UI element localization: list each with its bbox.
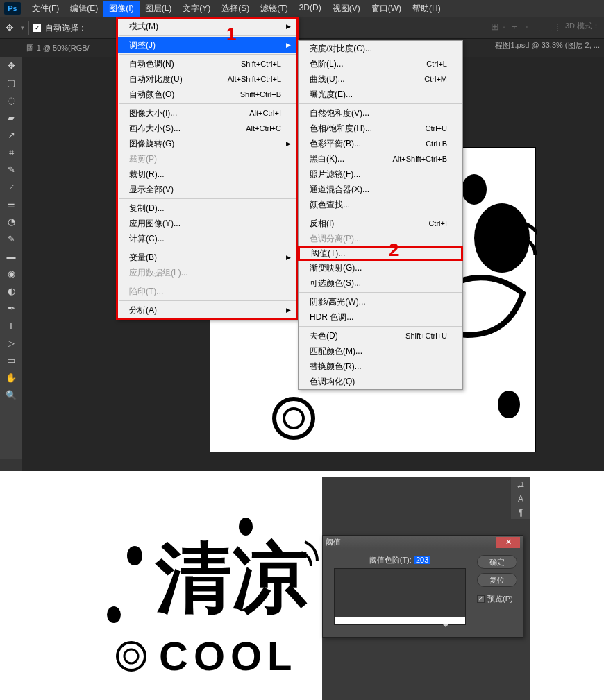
menu-item[interactable]: 替换颜色(R)... xyxy=(299,359,462,374)
menu-item[interactable]: 通道混合器(X)... xyxy=(299,182,462,197)
svg-point-8 xyxy=(127,546,142,565)
tool-16[interactable]: ▷ xyxy=(0,334,22,352)
menu-item[interactable]: 色阶(L)...Ctrl+L xyxy=(299,56,462,71)
distribute-icon[interactable]: ⬚ xyxy=(538,21,547,35)
tool-3[interactable]: ▰ xyxy=(0,109,22,126)
menu-item[interactable]: 去色(D)Shift+Ctrl+U xyxy=(299,328,462,343)
menu-item[interactable]: 调整(J)▶ xyxy=(118,37,296,53)
menu-item[interactable]: 自动色调(N)Shift+Ctrl+L xyxy=(118,56,296,71)
svg-point-11 xyxy=(124,649,138,663)
tool-8[interactable]: ⚌ xyxy=(0,196,22,213)
menu-item[interactable]: 复制(D)... xyxy=(118,200,296,216)
menu-item[interactable]: 自动对比度(U)Alt+Shift+Ctrl+L xyxy=(118,71,296,87)
tool-18[interactable]: ✋ xyxy=(0,369,22,386)
annotation-2: 2 xyxy=(389,239,399,261)
auto-select-checkbox[interactable]: ✓ xyxy=(33,24,41,32)
tool-7[interactable]: ⟋ xyxy=(0,178,22,196)
tool-0[interactable]: ✥ xyxy=(0,57,22,74)
tools-panel: ✥▢◌▰↗⌗✎⟋⚌◔✎▬◉◐✒T▷▭✋🔍 xyxy=(0,57,22,459)
menu-item[interactable]: 色调均化(Q) xyxy=(299,374,462,389)
menu-item[interactable]: 色彩平衡(B)...Ctrl+B xyxy=(299,136,462,151)
menu-item[interactable]: 颜色查找... xyxy=(299,197,462,212)
type-panel-icon[interactable]: A xyxy=(518,494,523,504)
menu-item[interactable]: 裁切(R)... xyxy=(118,167,296,182)
tool-5[interactable]: ⌗ xyxy=(0,144,22,161)
menu-item[interactable]: 应用图像(Y)... xyxy=(118,216,296,231)
tool-4[interactable]: ↗ xyxy=(0,126,22,144)
align-icon[interactable]: ⫠ xyxy=(522,21,532,35)
menu-9[interactable]: 窗口(W) xyxy=(366,1,407,17)
tool-2[interactable]: ◌ xyxy=(0,92,22,109)
menu-item[interactable]: 曲线(U)...Ctrl+M xyxy=(299,71,462,87)
menu-item[interactable]: 反相(I)Ctrl+I xyxy=(299,216,462,231)
annotation-1: 1 xyxy=(226,24,236,45)
tool-14[interactable]: ✒ xyxy=(0,300,22,317)
tool-11[interactable]: ▬ xyxy=(0,248,22,265)
doc-tab-right[interactable]: 程图1.psd @ 33.3% (图层 2, ... xyxy=(495,40,600,51)
svg-text:COOL: COOL xyxy=(159,633,298,678)
preview-checkbox-row[interactable]: ✓预览(P) xyxy=(477,594,517,604)
move-tool-icon xyxy=(6,22,17,33)
tool-12[interactable]: ◉ xyxy=(0,265,22,282)
menu-item[interactable]: 阈值(T)... xyxy=(298,246,463,261)
preview-checkbox[interactable]: ✓ xyxy=(477,595,485,603)
doc-tab-left[interactable]: 圖-1 @ 50%(RGB/ xyxy=(26,43,90,53)
close-button[interactable]: ✕ xyxy=(496,537,520,548)
align-icon[interactable]: ⊞ xyxy=(491,21,499,35)
collapsed-panels[interactable]: ⇄A¶ xyxy=(511,477,530,519)
ok-button[interactable]: 确定 xyxy=(477,555,517,569)
tool-9[interactable]: ◔ xyxy=(0,213,22,230)
menu-10[interactable]: 帮助(H) xyxy=(407,1,446,17)
menu-6[interactable]: 滤镜(T) xyxy=(255,1,293,17)
menu-item[interactable]: 计算(C)... xyxy=(118,231,296,246)
menu-5[interactable]: 选择(S) xyxy=(216,1,255,17)
menu-item[interactable]: 可选颜色(S)... xyxy=(299,275,462,291)
menu-item[interactable]: 分析(A)▶ xyxy=(118,302,296,318)
menu-item[interactable]: 自动颜色(O)Shift+Ctrl+B xyxy=(118,87,296,102)
menu-item: 应用数据组(L)... xyxy=(118,265,296,280)
tool-15[interactable]: T xyxy=(0,317,22,334)
menu-2[interactable]: 图像(I) xyxy=(103,1,139,17)
tool-10[interactable]: ✎ xyxy=(0,230,22,248)
tool-13[interactable]: ◐ xyxy=(0,282,22,300)
align-icon[interactable]: ⫞ xyxy=(502,21,507,35)
menu-7[interactable]: 3D(D) xyxy=(294,1,327,17)
tool-19[interactable]: 🔍 xyxy=(0,386,22,404)
menu-item[interactable]: 照片滤镜(F)... xyxy=(299,167,462,182)
tool-1[interactable]: ▢ xyxy=(0,74,22,92)
threshold-slider[interactable] xyxy=(442,624,449,631)
histogram[interactable] xyxy=(334,568,466,625)
menu-3[interactable]: 图层(L) xyxy=(140,1,178,17)
menu-item[interactable]: 亮度/对比度(C)... xyxy=(299,41,462,56)
tool-6[interactable]: ✎ xyxy=(0,161,22,178)
menu-item[interactable]: 阴影/高光(W)... xyxy=(299,294,462,309)
menu-item[interactable]: 变量(B)▶ xyxy=(118,250,296,265)
menu-item[interactable]: HDR 色调... xyxy=(299,309,462,325)
menu-item[interactable]: 黑白(K)...Alt+Shift+Ctrl+B xyxy=(299,151,462,167)
lower-screenshot: 清凉 COOL ⇄A¶ 阈值 ✕ 阈值色阶(T): 203 确定 xyxy=(75,477,530,700)
menu-item[interactable]: 匹配颜色(M)... xyxy=(299,343,462,359)
menu-1[interactable]: 编辑(E) xyxy=(65,1,103,17)
menu-item[interactable]: 画布大小(S)...Alt+Ctrl+C xyxy=(118,121,296,136)
menu-item[interactable]: 图像大小(I)...Alt+Ctrl+I xyxy=(118,105,296,121)
dialog-titlebar[interactable]: 阈值 ✕ xyxy=(323,536,523,549)
menu-item[interactable]: 模式(M)▶ xyxy=(118,19,296,34)
menu-item[interactable]: 曝光度(E)... xyxy=(299,87,462,102)
swap-icon[interactable]: ⇄ xyxy=(517,480,524,490)
paragraph-panel-icon[interactable]: ¶ xyxy=(519,508,523,518)
menu-item[interactable]: 图像旋转(G)▶ xyxy=(118,136,296,151)
reset-button[interactable]: 复位 xyxy=(477,573,517,587)
menu-4[interactable]: 文字(Y) xyxy=(177,1,216,17)
menu-item[interactable]: 显示全部(V) xyxy=(118,182,296,197)
photoshop-window: Ps 文件(F)编辑(E)图像(I)图层(L)文字(Y)选择(S)滤镜(T)3D… xyxy=(0,0,604,471)
menu-item[interactable]: 渐变映射(G)... xyxy=(299,260,462,275)
align-icon[interactable]: ⫟ xyxy=(510,21,519,35)
menu-item[interactable]: 自然饱和度(V)... xyxy=(299,105,462,121)
tool-17[interactable]: ▭ xyxy=(0,352,22,369)
menu-item[interactable]: 色相/饱和度(H)...Ctrl+U xyxy=(299,121,462,136)
distribute-icon[interactable]: ⬚ xyxy=(550,21,559,35)
threshold-value-input[interactable]: 203 xyxy=(414,556,430,564)
chevron-down-icon: ▾ xyxy=(21,24,24,31)
menu-8[interactable]: 视图(V) xyxy=(327,1,366,17)
menu-0[interactable]: 文件(F) xyxy=(26,1,65,17)
